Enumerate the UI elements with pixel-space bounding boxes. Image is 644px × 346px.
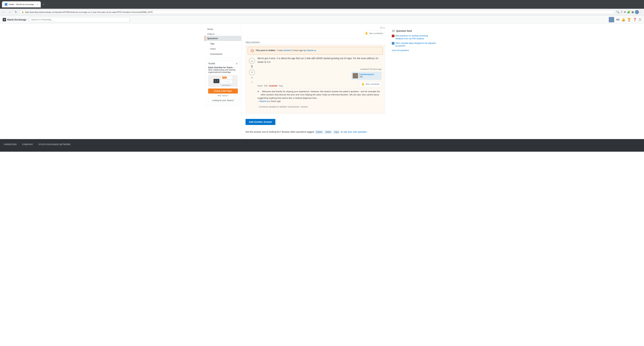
user-avatar[interactable] xyxy=(609,17,614,22)
illustration-check-card: ✓ xyxy=(221,80,232,84)
browser-sidebar-icon[interactable]: ▣ xyxy=(632,11,634,14)
sidebar-toggle-icon[interactable]: ☰ xyxy=(639,18,641,22)
tag-naps[interactable]: naps xyxy=(333,130,340,134)
prev-answer-rep: 21 ●1 xyxy=(380,27,385,29)
sidebar-item-tags[interactable]: Tags xyxy=(204,41,241,46)
header-actions: 101 🔔 🏆 ❓ ☰ xyxy=(609,17,641,22)
browser-profile-icon[interactable] xyxy=(635,10,639,14)
flag-comment-icon[interactable]: ⚑ xyxy=(258,90,259,93)
answer2-user-avatar xyxy=(353,73,358,78)
answer2-post-footer: Share Edit Undelete Flag answered 16 hou… xyxy=(258,67,382,88)
comment-block: ⚑ Welcome and thanks for sharing your ex… xyxy=(258,88,382,104)
ask-own-question-link[interactable]: ask your own question xyxy=(344,130,368,133)
browser-more-icon[interactable]: ⋮ xyxy=(640,11,643,14)
create-free-team-button[interactable]: Create a free Team xyxy=(208,89,238,94)
se-logo-icon: ☰ xyxy=(3,18,6,21)
browser-search-icon[interactable]: 🔍 xyxy=(616,11,620,14)
browser-share-icon[interactable]: ⇧ xyxy=(620,11,623,14)
page-footer: PARENTING COMPANY STACK EXCHANGE NETWORK xyxy=(0,139,644,152)
sidebar-item-unanswered[interactable]: Unanswered xyxy=(204,51,241,57)
browser-actions: 🔍 ⇧ ★ 🧩 ▣ ⋮ xyxy=(616,10,643,14)
user-reputation: 101 xyxy=(616,19,620,21)
logo-hamburger: ☰ xyxy=(4,19,5,21)
answer2-username-link[interactable]: bobsbeenjamin xyxy=(360,73,374,76)
teams-close-btn[interactable]: ✕ xyxy=(236,62,238,65)
teams-description: Stack Overflow for Teams – Start collabo… xyxy=(208,66,238,73)
comment-diamond-icon: ◆ xyxy=(267,100,269,102)
sidebar-item-questions[interactable]: Questions xyxy=(204,36,241,41)
search-container xyxy=(29,17,130,22)
achievements-icon[interactable]: 🏆 xyxy=(627,18,631,22)
address-bar[interactable]: 🔒 https://parenting.stackexchange.com/qu… xyxy=(20,10,615,14)
history-button[interactable]: ↻ xyxy=(251,81,253,84)
deleted-answer-block: 🚫 This post is hidden . It was deleted 2… xyxy=(246,45,385,114)
hot-question-1: Best practices for seeking mentoring fee… xyxy=(392,35,437,40)
post-menu: Share Edit Undelete Flag xyxy=(258,85,283,87)
tag-toddler[interactable]: toddler xyxy=(315,130,323,134)
back-btn[interactable]: ← xyxy=(1,10,6,15)
new-contributor-hand-icon: 🤚 xyxy=(365,32,368,35)
moderator-link[interactable]: Stephie ◆ xyxy=(306,49,316,52)
tag-habits[interactable]: habits xyxy=(324,130,332,134)
undelete-link[interactable]: Undelete xyxy=(269,85,278,87)
public-section-title: PUBLIC xyxy=(204,32,241,36)
browser-tab[interactable]: toddler - Should we encourage... × xyxy=(2,1,41,8)
reload-btn[interactable]: ↻ xyxy=(14,10,18,15)
hot-site-icon-1 xyxy=(392,35,394,37)
browse-tags-section: Not the answer you're looking for? Brows… xyxy=(246,130,385,134)
hot-question-2-link[interactable]: Were cassette tapes designed to be adjus… xyxy=(392,42,437,48)
forward-btn[interactable]: → xyxy=(8,10,12,15)
edit-link[interactable]: Edit xyxy=(264,85,268,87)
address-text: https://parenting.stackexchange.com/ques… xyxy=(25,11,613,13)
answer2-user-card: bobsbeenjamin 101 xyxy=(351,72,382,80)
tab-close-btn[interactable]: × xyxy=(37,3,38,6)
hot-question-1-link[interactable]: Best practices for seeking mentoring fee… xyxy=(392,35,437,40)
footer-company-title: COMPANY xyxy=(22,143,33,146)
footer-parenting: PARENTING xyxy=(4,143,17,148)
sidebar-divider xyxy=(204,58,241,58)
comment-author-link[interactable]: Stephie ◆ xyxy=(259,100,269,102)
add-comment-link[interactable]: Add a comment xyxy=(246,40,260,45)
main-content: 21 ●1 🤚 New contributor Add a comment 🚫 … xyxy=(242,24,389,139)
lock-icon: 🔒 xyxy=(22,11,24,13)
why-teams-link[interactable]: Why Teams? xyxy=(208,95,238,97)
upvote-button[interactable]: ▲ xyxy=(249,58,255,64)
question-feed-section: 📰 Question feed Best practices for seeki… xyxy=(392,29,437,52)
search-input[interactable] xyxy=(29,17,130,22)
more-hot-questions-link[interactable]: more hot questions xyxy=(392,49,409,52)
looking-for-teams-button[interactable]: Looking for your Teams? xyxy=(208,98,238,103)
comment-content: Welcome and thanks for sharing your expe… xyxy=(258,90,380,103)
vote-count: 0 xyxy=(251,65,253,68)
add-another-answer-button[interactable]: Add Another Answer xyxy=(246,119,276,125)
vote-cell: ▲ 0 ▼ ⚑ ↻ xyxy=(248,56,256,111)
se-logo[interactable]: ☰ Stack Exchange xyxy=(3,18,26,21)
tab-favicon xyxy=(5,3,8,6)
hidden-notice-icon: 🚫 xyxy=(250,49,254,52)
inbox-icon[interactable]: 🔔 xyxy=(622,18,625,22)
new-tab-btn[interactable]: + xyxy=(43,3,44,6)
share-link[interactable]: Share xyxy=(258,85,263,87)
rss-icon: 📰 xyxy=(392,29,395,32)
flag-link[interactable]: Flag xyxy=(279,85,282,87)
right-sidebar: 📰 Question feed Best practices for seeki… xyxy=(389,24,440,139)
help-icon[interactable]: ❓ xyxy=(633,18,636,22)
answer2-user-block: answered 16 hours ago bobsbeenjamin 101 xyxy=(351,68,382,87)
deleted-time-text: 2 hours ago by xyxy=(291,49,306,52)
sidebar-item-home[interactable]: Home xyxy=(204,27,241,32)
check-icon: ✓ xyxy=(222,81,224,83)
prev-answer-footer: 21 ●1 🤚 New contributor xyxy=(246,27,385,38)
se-header: ☰ Stack Exchange 101 🔔 🏆 ❓ ☰ xyxy=(0,16,644,24)
answer2-text: We've got 4 sons. 2 is about the age tha… xyxy=(258,56,382,64)
browser-extensions-icon[interactable]: 🧩 xyxy=(627,11,630,14)
footer-network: STACK EXCHANGE NETWORK xyxy=(38,143,70,148)
terminal-illustration: >_? xyxy=(214,79,220,83)
illustration-card: Free xyxy=(221,76,232,79)
logo-text: Stack Exchange xyxy=(7,18,26,21)
browser-bookmark-icon[interactable]: ★ xyxy=(624,11,626,14)
bookmark-button[interactable]: ⚑ xyxy=(251,76,253,80)
sidebar-item-users[interactable]: Users xyxy=(204,46,241,51)
deleted-link[interactable]: deleted xyxy=(284,49,291,52)
comments-disabled-notice: Comments disabled on deleted / locked po… xyxy=(258,104,382,109)
downvote-button[interactable]: ▼ xyxy=(249,69,255,75)
prev-new-contributor-label: New contributor xyxy=(369,32,383,35)
